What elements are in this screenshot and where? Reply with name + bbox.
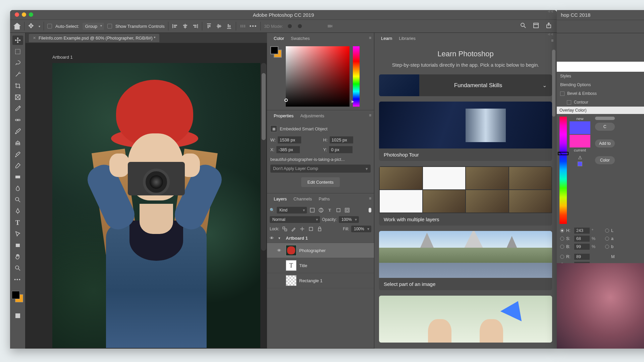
quick-mask-icon[interactable] xyxy=(12,311,23,320)
y-value[interactable]: 0 px xyxy=(329,146,353,153)
lock-all-icon[interactable] xyxy=(316,226,323,232)
tab-paths[interactable]: Paths xyxy=(315,194,333,203)
layer-thumbnail[interactable] xyxy=(286,245,297,256)
align-center-h-icon[interactable] xyxy=(182,23,189,29)
photographer-layer-row[interactable]: 👁 Photographer xyxy=(267,243,374,258)
marquee-tool[interactable] xyxy=(12,47,23,56)
eraser-tool[interactable] xyxy=(12,161,23,170)
web-safe-swatch[interactable] xyxy=(578,162,582,166)
show-transform-checkbox[interactable] xyxy=(107,24,112,28)
path-selection-tool[interactable] xyxy=(12,229,23,239)
filter-pixel-icon[interactable] xyxy=(309,207,316,213)
move-tool[interactable] xyxy=(12,36,23,45)
auto-select-checkbox[interactable] xyxy=(47,24,52,28)
zoom-tool[interactable] xyxy=(12,263,23,273)
document-tab[interactable]: ✕ FileInfo.com Example.psd @ 60% (Photog… xyxy=(29,34,159,42)
align-right-icon[interactable] xyxy=(192,23,199,29)
lock-artboard-icon[interactable] xyxy=(308,226,314,232)
dodge-tool[interactable] xyxy=(12,195,23,204)
width-value[interactable]: 1538 px xyxy=(278,136,301,143)
hand-tool[interactable] xyxy=(12,252,23,261)
h-input[interactable]: 243 xyxy=(574,228,590,234)
tutorial-card[interactable] xyxy=(379,296,552,343)
layer-comp-dropdown[interactable]: Don't Apply Layer Comp xyxy=(270,165,371,173)
align-bottom-icon[interactable] xyxy=(226,23,232,29)
align-top-icon[interactable] xyxy=(206,23,212,29)
filter-type-icon[interactable]: T xyxy=(326,207,333,213)
hue-slider-handle[interactable]: ▶ xyxy=(352,100,354,103)
warning-icon[interactable]: ⚠ xyxy=(578,155,582,160)
panel-menu-icon[interactable]: ≡ xyxy=(369,196,371,201)
edit-toolbar-icon[interactable]: ••• xyxy=(12,275,23,284)
s-input[interactable]: 68 xyxy=(574,236,590,242)
home-icon[interactable] xyxy=(13,23,21,29)
tab-libraries[interactable]: Libraries xyxy=(395,34,419,43)
fill-value[interactable]: 100% xyxy=(351,226,371,232)
bevel-emboss-row[interactable]: Bevel & Emboss xyxy=(560,89,644,98)
tab-color[interactable]: Color xyxy=(270,34,287,43)
eyedropper-tool[interactable] xyxy=(12,104,23,113)
fundamental-skills-card[interactable]: Fundamental Skills ⌄ xyxy=(379,74,552,96)
layer-name[interactable]: Photographer xyxy=(299,248,326,253)
select-image-card[interactable]: Select part of an image xyxy=(379,231,552,290)
gradient-tool[interactable] xyxy=(12,172,23,182)
brush-tool[interactable] xyxy=(12,127,23,136)
cancel-button[interactable]: C xyxy=(595,123,615,131)
more-options-icon[interactable]: ••• xyxy=(250,23,257,29)
contour-row[interactable]: Contour xyxy=(560,98,644,107)
contour-checkbox[interactable] xyxy=(567,100,571,105)
foreground-swatch[interactable] xyxy=(270,46,278,54)
x-value[interactable]: -385 px xyxy=(276,146,300,153)
panel-collapse-icon[interactable]: ◀◀ xyxy=(547,10,553,13)
tab-swatches[interactable]: Swatches xyxy=(287,34,313,43)
color-swatches[interactable] xyxy=(11,290,24,304)
r-input[interactable]: 89 xyxy=(574,254,590,260)
lock-position-icon[interactable] xyxy=(299,226,306,232)
hue-slider-large[interactable]: ↖ xyxy=(559,117,567,224)
tool-dropdown-icon[interactable]: ▾ xyxy=(39,24,40,28)
layer-thumbnail[interactable] xyxy=(286,275,297,286)
auto-select-dropdown[interactable]: Group xyxy=(83,23,104,30)
frame-tool[interactable] xyxy=(12,93,23,102)
history-brush-tool[interactable] xyxy=(12,149,23,159)
lock-pixels-icon[interactable] xyxy=(290,226,297,232)
panel-menu-icon[interactable]: ≡ xyxy=(551,38,553,43)
share-icon[interactable] xyxy=(545,22,552,30)
chevron-down-icon[interactable]: ⌄ xyxy=(537,82,552,88)
photoshop-tour-card[interactable]: Photoshop Tour xyxy=(379,102,552,161)
tab-learn[interactable]: Learn xyxy=(378,34,395,43)
filter-toggle[interactable] xyxy=(369,208,371,213)
artboard-name[interactable]: Artboard 1 xyxy=(52,55,73,60)
l-radio[interactable] xyxy=(605,229,609,233)
filter-kind-dropdown[interactable]: Kind xyxy=(277,207,307,214)
visibility-icon[interactable]: 👁 xyxy=(270,236,276,241)
visibility-icon[interactable]: 👁 xyxy=(277,248,283,253)
move-tool-icon[interactable] xyxy=(28,22,35,30)
layer-thumbnail[interactable]: T xyxy=(286,260,297,271)
bevel-checkbox[interactable] xyxy=(560,92,565,96)
magic-wand-tool[interactable] xyxy=(12,70,23,79)
color-libraries-button[interactable]: Color xyxy=(595,156,615,164)
layer-name[interactable]: Title xyxy=(299,263,307,268)
tab-channels[interactable]: Channels xyxy=(290,194,315,203)
multiple-layers-card[interactable]: Work with multiple layers xyxy=(379,166,552,226)
height-value[interactable]: 1025 px xyxy=(330,136,353,143)
panel-collapse-icon[interactable]: ◀◀ xyxy=(547,33,553,36)
filter-adjustment-icon[interactable] xyxy=(318,207,324,213)
ok-button[interactable] xyxy=(595,117,615,120)
artboard-layer-row[interactable]: 👁 ▾ Artboard 1 xyxy=(267,234,374,243)
filter-shape-icon[interactable] xyxy=(335,207,342,213)
distribute-icon[interactable] xyxy=(239,23,246,29)
type-tool[interactable]: T xyxy=(12,218,23,227)
view-mode-icon[interactable] xyxy=(533,22,539,30)
tab-adjustments[interactable]: Adjustments xyxy=(297,111,328,120)
rectangle-tool[interactable] xyxy=(12,241,23,250)
panel-menu-icon[interactable]: ≡ xyxy=(369,36,371,40)
new-color-swatch[interactable] xyxy=(570,121,590,134)
blur-tool[interactable] xyxy=(12,184,23,193)
color-field-picker[interactable] xyxy=(284,99,288,102)
canvas-scrollbar[interactable] xyxy=(261,63,266,251)
align-middle-icon[interactable] xyxy=(216,23,222,29)
pen-tool[interactable] xyxy=(12,206,23,216)
crop-tool[interactable] xyxy=(12,81,23,90)
